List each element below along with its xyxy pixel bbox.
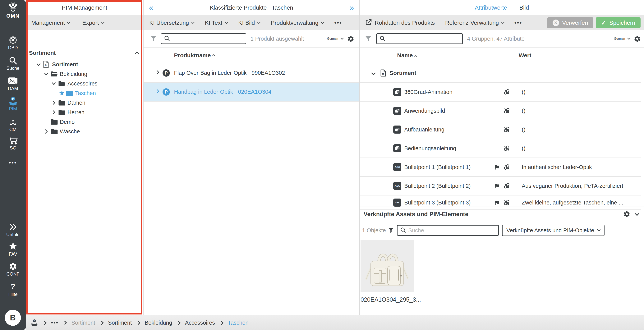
filter-funnel-icon[interactable] (365, 35, 372, 42)
user-avatar[interactable]: B (5, 310, 21, 326)
attribute-value[interactable]: Zwei kleine, aufgesetzte Taschen, eine .… (522, 199, 640, 206)
favorite-star-icon[interactable] (59, 90, 66, 96)
asset-thumbnail[interactable] (360, 240, 414, 292)
breadcrumb-item-bekleidung[interactable]: Bekleidung (145, 320, 172, 326)
language-selector[interactable]: German (614, 37, 630, 40)
pim-breadcrumb-icon[interactable]: P (30, 319, 38, 326)
breadcrumb-more-button[interactable]: ••• (51, 320, 58, 326)
chevron-down-icon[interactable] (36, 62, 43, 67)
export-menu[interactable]: Export (82, 20, 104, 26)
attribute-row[interactable]: Aufbauanleitung() (360, 120, 641, 139)
chevron-down-icon[interactable] (371, 71, 376, 75)
search-icon (377, 36, 387, 42)
tree-item-sortiment[interactable]: cSortiment (26, 60, 143, 69)
expand-right-icon[interactable]: » (350, 4, 354, 12)
tab-attributwerte[interactable]: Attributwerte (475, 4, 507, 11)
attribute-value[interactable]: () (522, 126, 640, 133)
unlink-icon[interactable] (504, 164, 510, 170)
filter-funnel-icon[interactable] (150, 35, 157, 42)
produktverwaltung-menu[interactable]: Produktverwaltung (271, 20, 324, 26)
tree-item-bekleidung[interactable]: Bekleidung (26, 69, 143, 79)
more-actions-button[interactable]: ••• (514, 20, 522, 26)
column-name[interactable]: Name (397, 52, 417, 59)
unlink-icon[interactable] (504, 145, 510, 152)
attribute-row[interactable]: 360Grad-Animation() (360, 83, 641, 102)
unlink-icon[interactable] (504, 199, 510, 206)
sidebar-more-button[interactable]: ••• (0, 160, 26, 166)
attribute-row[interactable]: Bedienungsanleitung() (360, 139, 641, 158)
tab-bild[interactable]: Bild (520, 4, 529, 11)
more-actions-button[interactable]: ••• (334, 20, 342, 26)
tree-item-w-sche[interactable]: Wäsche (26, 127, 143, 136)
column-produktname[interactable]: Produktname (174, 52, 211, 59)
chevron-right-icon[interactable] (51, 100, 58, 105)
attribute-name: Bedienungsanleitung (404, 145, 456, 152)
language-selector[interactable]: German (327, 37, 343, 40)
attribute-value[interactable]: In authentischer Leder-Optik (522, 164, 640, 170)
sidebar-item-conf[interactable]: CONF (0, 262, 26, 277)
attribute-value[interactable]: Aus veganer Produktion, PeTA-zertifizier… (522, 183, 640, 189)
chevron-right-icon[interactable] (44, 129, 50, 134)
omn-logo[interactable]: OMN (0, 2, 26, 19)
product-row[interactable]: PFlap Over-Bag in Leder-Optik - 990EA1O3… (144, 64, 360, 82)
chevron-right-icon[interactable] (51, 110, 58, 115)
discard-button[interactable]: ✕Verwerfen (547, 17, 594, 28)
sidebar-item-dam[interactable]: DAM (0, 76, 26, 91)
referenz-verwaltung-menu[interactable]: Referenz-Verwaltung (445, 20, 504, 26)
sidebar-item-pim[interactable]: PPIM (0, 96, 26, 112)
save-button[interactable]: ✓Speichern (596, 17, 640, 28)
attribute-row[interactable]: Anwendungsbild() (360, 102, 641, 120)
chevron-right-icon[interactable] (155, 89, 160, 95)
filter-funnel-icon[interactable] (388, 227, 394, 234)
unlink-icon[interactable] (504, 108, 510, 114)
sidebar-item-sc[interactable]: SC (0, 135, 26, 151)
unlink-icon[interactable] (504, 89, 510, 95)
tree-item-demo[interactable]: Demo (26, 117, 143, 127)
tree-item-herren[interactable]: Herren (26, 108, 143, 117)
product-row[interactable]: PHandbag in Leder-Optik - 020EA1O304 (144, 82, 360, 102)
chevron-down-icon[interactable] (44, 72, 50, 76)
breadcrumb-item-accessoires[interactable]: Accessoires (185, 320, 215, 326)
sidebar-item-unfold[interactable]: Unfold (0, 222, 26, 237)
sidebar-item-hilfe[interactable]: ?Hilfe (0, 282, 26, 297)
attribute-row[interactable]: ABCBulletpoint 2 (Bulletpoint 2)Aus vega… (360, 177, 641, 196)
product-name: Handbag in Leder-Optik - 020EA1O304 (174, 89, 356, 95)
attribute-group-row[interactable]: c Sortiment (360, 64, 641, 83)
collapse-section-icon[interactable] (134, 51, 139, 56)
gear-icon[interactable] (623, 210, 630, 218)
sidebar-item-dbd[interactable]: DBD (0, 35, 26, 50)
tree-item-label: Wäsche (60, 128, 80, 135)
attribute-value[interactable]: () (522, 108, 640, 114)
sidebar-item-cm[interactable]: CM (0, 117, 26, 132)
breadcrumb-item-taschen[interactable]: Taschen (228, 320, 248, 326)
breadcrumb-item-sortiment[interactable]: Sortiment (71, 320, 95, 326)
sidebar-item-label: FAV (0, 252, 26, 257)
ki-uebersetzung-menu[interactable]: KI Übersetzung (149, 20, 194, 26)
management-menu[interactable]: Management (31, 20, 70, 26)
gear-icon[interactable] (634, 35, 641, 42)
tree-item-taschen[interactable]: Taschen (26, 88, 143, 98)
linked-assets-filter-dropdown[interactable]: Verknüpfte Assets und PIM-Objekte (502, 224, 604, 236)
attribute-search-input[interactable] (387, 36, 462, 42)
collapse-section-icon[interactable] (634, 211, 639, 216)
ki-text-menu[interactable]: KI Text (205, 20, 228, 26)
sidebar-item-suche[interactable]: Suche (0, 56, 26, 71)
unlink-icon[interactable] (504, 183, 510, 189)
attribute-value[interactable]: () (522, 89, 640, 95)
tree-item-damen[interactable]: Damen (26, 98, 143, 108)
collapse-left-icon[interactable]: « (149, 4, 153, 12)
linked-assets-search-input[interactable] (408, 227, 498, 234)
ki-bild-menu[interactable]: KI Bild (238, 20, 260, 26)
rohdaten-button[interactable]: Rohdaten des Produkts (365, 19, 435, 27)
gear-icon[interactable] (347, 35, 354, 42)
breadcrumb-item-sortiment[interactable]: Sortiment (108, 320, 132, 326)
tree-item-accessoires[interactable]: Accessoires (26, 79, 143, 88)
sidebar-item-fav[interactable]: FAV (0, 242, 26, 257)
chevron-down-icon[interactable] (51, 81, 58, 86)
chevron-right-icon[interactable] (155, 70, 160, 76)
product-search-input[interactable] (172, 36, 246, 42)
unlink-icon[interactable] (504, 126, 510, 133)
column-wert[interactable]: Wert (519, 52, 531, 59)
attribute-row[interactable]: ABCBulletpoint 1 (Bulletpoint 1)In authe… (360, 158, 641, 177)
attribute-value[interactable]: () (522, 145, 640, 152)
